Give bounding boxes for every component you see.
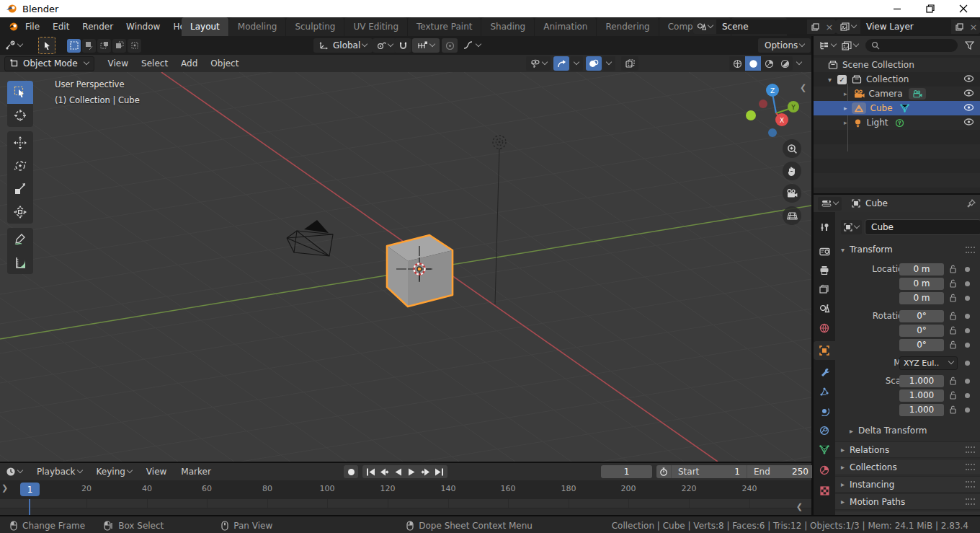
scene-unlink-button[interactable]: ×: [823, 19, 836, 34]
viewport-canvas[interactable]: User Perspective (1) Collection | Cube Z…: [0, 72, 811, 462]
next-keyframe-button[interactable]: [419, 466, 432, 478]
tab-texture-paint[interactable]: Texture Paint: [408, 17, 481, 36]
tab-particle-properties[interactable]: [814, 382, 835, 400]
timeline-menu-playback[interactable]: Playback: [30, 467, 89, 477]
object-visibility-dropdown[interactable]: [526, 56, 551, 71]
outliner-display-mode-button[interactable]: [842, 41, 858, 50]
pin-icon[interactable]: [967, 199, 976, 208]
snap-target-dropdown[interactable]: [412, 38, 440, 53]
collection-visibility-eye-icon[interactable]: [963, 74, 974, 83]
perspective-toggle-control[interactable]: [783, 206, 801, 225]
tab-view-layer-properties[interactable]: [814, 280, 835, 298]
relations-panel-header[interactable]: ▸ Relations: [835, 441, 980, 458]
tab-constraint-properties[interactable]: [814, 421, 835, 439]
select-mode-extend-button[interactable]: [97, 39, 111, 53]
active-tool-button[interactable]: [38, 37, 55, 54]
tool-cursor[interactable]: [7, 104, 33, 127]
sidebar-collapse-arrow[interactable]: ❮: [800, 83, 806, 92]
pan-control[interactable]: [783, 162, 801, 180]
timeline-collapse-arrow-right[interactable]: ❮: [796, 502, 803, 511]
proportional-falloff-dropdown[interactable]: [458, 38, 484, 53]
delta-transform-panel-header[interactable]: ▸ Delta Transform: [835, 423, 980, 438]
tab-object-data-properties[interactable]: [814, 441, 835, 459]
tab-object-properties[interactable]: [814, 341, 835, 360]
tab-tool-properties[interactable]: [814, 218, 835, 236]
scene-name-field[interactable]: Scene: [716, 19, 807, 34]
timeline-editor-type-button[interactable]: [6, 467, 22, 477]
outliner-filter-button[interactable]: [965, 41, 974, 50]
object-id-button[interactable]: [841, 220, 862, 234]
viewport-menu-object[interactable]: Object: [204, 58, 245, 69]
tab-shading[interactable]: Shading: [481, 17, 534, 36]
tab-world-properties[interactable]: [814, 319, 835, 337]
transform-panel-header[interactable]: ▾ Transform: [835, 242, 980, 257]
rotation-x-field[interactable]: 0°: [899, 310, 944, 322]
orientation-dropdown[interactable]: Global: [313, 38, 373, 53]
panel-grip-icon[interactable]: [966, 498, 975, 505]
viewport-menu-add[interactable]: Add: [174, 58, 204, 69]
animate-dot-button[interactable]: [965, 281, 970, 286]
scale-z-field[interactable]: 1.000: [899, 404, 944, 416]
outliner-row-camera[interactable]: ▸ Camera: [814, 87, 980, 101]
lock-open-icon[interactable]: [949, 326, 957, 335]
tab-uv-editing[interactable]: UV Editing: [344, 17, 407, 36]
rotation-mode-dropdown[interactable]: XYZ Eul..: [899, 356, 958, 370]
tab-output-properties[interactable]: [814, 261, 835, 279]
view-layer-name-field[interactable]: View Layer: [860, 19, 951, 34]
animate-dot-button[interactable]: [965, 296, 970, 301]
rotation-z-field[interactable]: 0°: [899, 339, 944, 351]
disclosure-closed-icon[interactable]: ▸: [844, 119, 847, 126]
pivot-point-dropdown[interactable]: [373, 38, 397, 53]
tab-scene-properties[interactable]: [814, 299, 835, 317]
shading-rendered-button[interactable]: [777, 56, 793, 71]
jump-to-start-button[interactable]: [364, 466, 378, 478]
collection-checkbox[interactable]: ✓: [837, 75, 847, 84]
animate-dot-button[interactable]: [965, 361, 970, 366]
tool-select-box[interactable]: [7, 81, 33, 104]
tab-physics-properties[interactable]: [814, 402, 835, 420]
location-z-field[interactable]: 0 m: [899, 292, 944, 304]
animate-dot-button[interactable]: [965, 393, 970, 398]
timeline-menu-view[interactable]: View: [139, 467, 174, 477]
panel-grip-icon[interactable]: [966, 481, 975, 488]
select-mode-intersect-button[interactable]: [128, 39, 141, 53]
view-layer-remove-button[interactable]: ×: [967, 19, 980, 34]
tab-layout[interactable]: Layout: [182, 17, 228, 36]
snap-toggle-button[interactable]: [394, 38, 411, 53]
editor-type-button[interactable]: [5, 40, 22, 50]
tab-texture-properties[interactable]: [814, 482, 835, 500]
panel-grip-icon[interactable]: [966, 446, 975, 453]
play-reverse-button[interactable]: [391, 466, 405, 478]
overlays-dropdown[interactable]: [602, 56, 615, 71]
lock-open-icon[interactable]: [949, 265, 957, 273]
rotation-y-field[interactable]: 0°: [899, 325, 944, 337]
gizmo-dropdown[interactable]: [570, 56, 583, 71]
lock-open-icon[interactable]: [949, 405, 957, 414]
tool-annotate[interactable]: [7, 228, 33, 251]
playhead-badge[interactable]: 1: [20, 483, 40, 496]
prev-keyframe-button[interactable]: [378, 466, 391, 478]
navigation-gizmo[interactable]: Z Y X: [741, 78, 807, 144]
tool-scale[interactable]: [7, 177, 33, 201]
end-frame-field[interactable]: End 250: [747, 465, 815, 478]
animate-dot-button[interactable]: [965, 408, 970, 413]
viewport-menu-select[interactable]: Select: [135, 58, 174, 69]
animate-dot-button[interactable]: [965, 314, 970, 319]
outliner-row-collection[interactable]: ▾ ✓ Collection: [814, 72, 980, 87]
scene-browse-button[interactable]: [693, 19, 716, 34]
outliner-row-cube[interactable]: ▸ Cube: [814, 101, 980, 115]
playhead-line[interactable]: [29, 499, 30, 516]
instancing-panel-header[interactable]: ▸ Instancing: [835, 476, 980, 493]
select-mode-subtract-button[interactable]: [112, 39, 126, 53]
tool-transform[interactable]: [7, 201, 33, 224]
mode-dropdown[interactable]: Object Mode: [4, 56, 94, 71]
lock-open-icon[interactable]: [949, 340, 957, 349]
gizmo-neg-z-ball[interactable]: [768, 128, 777, 137]
tool-move[interactable]: [7, 131, 33, 154]
scene-duplicate-button[interactable]: [807, 19, 823, 34]
disclosure-open-icon[interactable]: ▾: [828, 76, 832, 84]
tab-material-properties[interactable]: [814, 461, 835, 479]
record-button[interactable]: [344, 465, 358, 478]
close-button[interactable]: [947, 0, 980, 17]
camera-data-badge[interactable]: [909, 88, 926, 100]
